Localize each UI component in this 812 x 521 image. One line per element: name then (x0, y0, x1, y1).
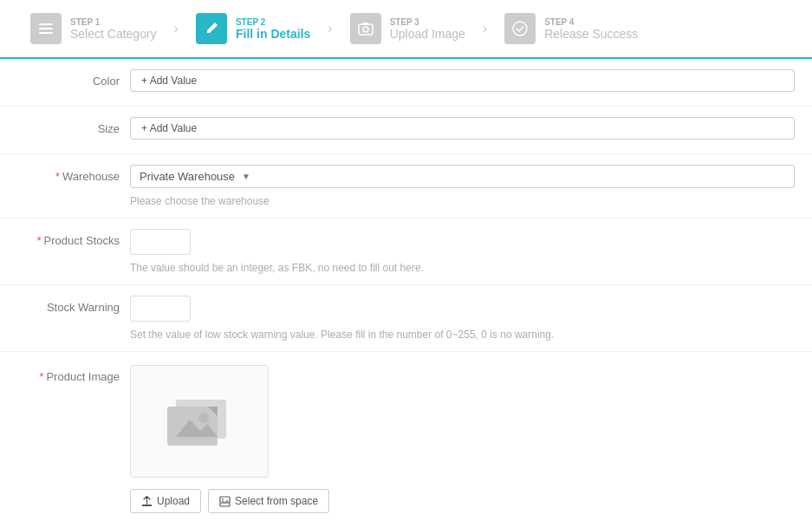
image-upload-area (130, 365, 269, 478)
step2-text: STEP 2 Fill in Details (236, 17, 310, 41)
step-arrow-2: › (323, 21, 336, 36)
step1-text: STEP 1 Select Category (70, 17, 157, 41)
svg-point-14 (222, 498, 224, 499)
stock-warning-label: Stock Warning (17, 296, 130, 314)
product-image-label: *Product Image (17, 365, 130, 383)
size-add-value-button[interactable]: + Add Value (130, 117, 795, 140)
product-stocks-hint: The value should be an integer, as FBK, … (130, 262, 795, 274)
size-label: Size (17, 117, 130, 135)
warehouse-selected-value: Private Warehouse (140, 170, 235, 183)
stepper: STEP 1 Select Category › STEP 2 Fill in … (0, 0, 812, 59)
step-release-success[interactable]: STEP 4 Release Success (491, 9, 651, 49)
warehouse-required-star: * (55, 170, 60, 183)
step3-label: Upload Image (390, 27, 465, 41)
image-placeholder-icon (160, 389, 238, 454)
color-control: + Add Value (130, 69, 795, 92)
upload-button-label: Upload (157, 495, 190, 507)
step3-text: STEP 3 Upload Image (390, 17, 465, 41)
select-from-space-label: Select from space (235, 495, 318, 507)
select-from-space-button[interactable]: Select from space (208, 489, 329, 513)
step-select-category[interactable]: STEP 1 Select Category (17, 9, 170, 49)
step-fill-in-details[interactable]: STEP 2 Fill in Details (183, 9, 323, 49)
svg-point-4 (363, 27, 368, 32)
product-image-row: *Product Image (0, 352, 812, 521)
stock-warning-row: Stock Warning Set the value of low stock… (0, 285, 812, 352)
step3-num: STEP 3 (390, 17, 465, 27)
svg-rect-1 (39, 28, 53, 29)
upload-button[interactable]: Upload (130, 489, 201, 513)
upload-icon (141, 496, 153, 507)
step1-label: Select Category (70, 27, 157, 41)
svg-rect-3 (359, 24, 373, 35)
stock-warning-input[interactable] (130, 296, 191, 322)
step2-icon (196, 13, 227, 44)
svg-rect-5 (363, 23, 368, 25)
step4-icon (504, 13, 536, 44)
image-required-star: * (39, 370, 43, 383)
color-label: Color (17, 69, 130, 88)
step2-num: STEP 2 (236, 17, 310, 27)
stock-warning-control: Set the value of low stock warning value… (130, 296, 795, 341)
svg-marker-13 (220, 499, 230, 504)
step3-icon (350, 13, 381, 44)
step4-label: Release Success (544, 27, 638, 41)
step1-num: STEP 1 (70, 17, 157, 27)
product-stocks-input[interactable] (130, 229, 191, 255)
warehouse-row: *Warehouse Private Warehouse ▼ Please ch… (0, 154, 812, 218)
color-row: Color + Add Value (0, 59, 812, 107)
size-row: Size + Add Value (0, 107, 812, 154)
product-stocks-row: *Product Stocks The value should be an i… (0, 218, 812, 285)
svg-point-6 (513, 22, 527, 36)
main-form: Color + Add Value Size + Add Value *Ware… (0, 59, 812, 521)
product-image-control: Upload Select from space (130, 365, 795, 513)
color-add-value-button[interactable]: + Add Value (130, 69, 795, 92)
size-control: + Add Value (130, 117, 795, 140)
step2-label: Fill in Details (236, 27, 310, 41)
warehouse-hint: Please choose the warehouse (130, 195, 795, 207)
stocks-required-star: * (37, 234, 42, 247)
step4-text: STEP 4 Release Success (544, 17, 638, 41)
step-upload-image[interactable]: STEP 3 Upload Image (337, 9, 478, 49)
warehouse-chevron-icon: ▼ (242, 172, 250, 181)
image-gallery-icon (219, 496, 231, 507)
product-stocks-label: *Product Stocks (17, 229, 130, 247)
step4-num: STEP 4 (544, 17, 638, 27)
step1-icon (30, 13, 62, 44)
product-stocks-control: The value should be an integer, as FBK, … (130, 229, 795, 274)
svg-rect-2 (39, 32, 53, 34)
image-action-buttons: Upload Select from space (130, 489, 795, 513)
svg-rect-0 (39, 23, 53, 25)
warehouse-label: *Warehouse (17, 165, 130, 183)
warehouse-control: Private Warehouse ▼ Please choose the wa… (130, 165, 795, 207)
warehouse-select[interactable]: Private Warehouse ▼ (130, 165, 795, 188)
step-arrow-1: › (170, 21, 183, 36)
step-arrow-3: › (478, 21, 491, 36)
svg-point-10 (198, 413, 209, 423)
stock-warning-hint: Set the value of low stock warning value… (130, 329, 795, 341)
